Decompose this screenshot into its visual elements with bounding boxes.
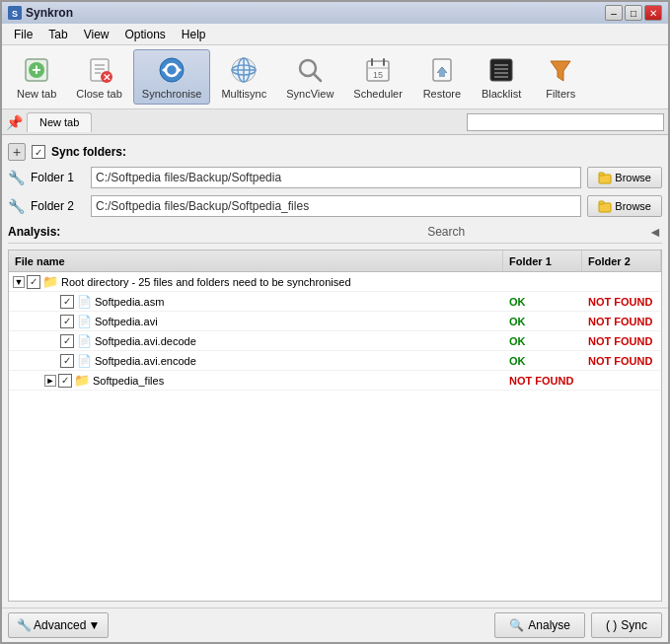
toolbar: + New tab ✕ Close tab bbox=[2, 45, 668, 109]
close-tab-label: Close tab bbox=[76, 88, 121, 100]
file1-folder1-status: OK bbox=[503, 292, 582, 311]
svg-text:S: S bbox=[12, 9, 18, 19]
header-folder1: Folder 1 bbox=[503, 250, 582, 271]
maximize-button[interactable]: □ bbox=[625, 5, 642, 21]
tab-search-input[interactable] bbox=[467, 113, 664, 131]
title-controls: – □ ✕ bbox=[605, 5, 662, 21]
scheduler-label: Scheduler bbox=[353, 88, 403, 100]
root-folder-icon: 📁 bbox=[42, 274, 58, 289]
table-row[interactable]: ▼ 📁 Root directory - 25 files and folder… bbox=[9, 272, 661, 292]
multisync-icon bbox=[228, 54, 260, 86]
svg-rect-28 bbox=[439, 73, 445, 77]
new-tab-icon: + bbox=[21, 54, 52, 86]
menu-file[interactable]: File bbox=[6, 26, 40, 43]
file1-name: Softpedia.asm bbox=[95, 296, 164, 308]
sync-folders-header: + Sync folders: bbox=[8, 141, 662, 163]
syncview-button[interactable]: SyncView bbox=[277, 49, 342, 105]
menu-help[interactable]: Help bbox=[174, 26, 214, 43]
root-expand-button[interactable]: ▼ bbox=[13, 276, 25, 288]
header-filename: File name bbox=[9, 250, 503, 271]
new-tab-button[interactable]: + New tab bbox=[8, 49, 65, 105]
softpedia-files-expand[interactable]: ► bbox=[44, 375, 56, 387]
analysis-bar: Analysis: Search ◄ bbox=[8, 224, 662, 244]
analysis-label: Analysis: bbox=[8, 225, 60, 239]
svg-line-21 bbox=[314, 74, 321, 81]
svg-marker-34 bbox=[551, 61, 570, 81]
table-row[interactable]: 📄 Softpedia.avi.decode OK NOT FOUND bbox=[9, 331, 661, 351]
file5-checkbox[interactable] bbox=[58, 374, 72, 388]
sync-button[interactable]: ( ) Sync bbox=[591, 612, 662, 638]
file2-name: Softpedia.avi bbox=[95, 316, 158, 327]
analyse-icon: 🔍 bbox=[509, 618, 524, 632]
blacklist-button[interactable]: Blacklist bbox=[473, 49, 530, 105]
file4-checkbox[interactable] bbox=[60, 354, 74, 368]
restore-label: Restore bbox=[423, 88, 462, 100]
close-tab-button[interactable]: ✕ Close tab bbox=[67, 49, 130, 105]
folder2-settings-icon[interactable]: 🔧 bbox=[8, 198, 25, 214]
multisync-label: Multisync bbox=[221, 88, 266, 100]
sync-icon: ( ) bbox=[606, 618, 617, 632]
close-tab-icon: ✕ bbox=[84, 54, 115, 86]
tab-new-tab[interactable]: New tab bbox=[27, 112, 92, 132]
syncview-icon bbox=[294, 54, 326, 86]
file-name-cell: ► 📁 Softpedia_files bbox=[9, 371, 503, 390]
file5-folder2-status bbox=[582, 371, 661, 390]
file4-folder2-status: NOT FOUND bbox=[582, 351, 661, 370]
file3-checkbox[interactable] bbox=[60, 334, 74, 348]
file3-icon: 📄 bbox=[77, 334, 92, 348]
folder2-browse-button[interactable]: Browse bbox=[587, 195, 662, 217]
sync-folders-checkbox[interactable] bbox=[32, 145, 45, 159]
advanced-wrench-icon: 🔧 bbox=[17, 618, 32, 632]
menu-options[interactable]: Options bbox=[117, 26, 174, 43]
add-folder-button[interactable]: + bbox=[8, 143, 26, 161]
multisync-button[interactable]: Multisync bbox=[212, 49, 275, 105]
file-name-cell: 📄 Softpedia.avi bbox=[9, 312, 503, 330]
scheduler-icon: 15 bbox=[362, 54, 394, 86]
menu-bar: File Tab View Options Help bbox=[2, 24, 668, 45]
file4-folder1-status: OK bbox=[503, 351, 582, 370]
file1-icon: 📄 bbox=[77, 295, 92, 309]
analysis-back-icon[interactable]: ◄ bbox=[648, 224, 662, 240]
file2-icon: 📄 bbox=[77, 315, 92, 328]
folder2-row: 🔧 Folder 2 C:/Softpedia files/Backup/Sof… bbox=[8, 195, 662, 217]
file3-folder1-status: OK bbox=[503, 331, 582, 350]
file-name-cell: 📄 Softpedia.avi.encode bbox=[9, 351, 503, 370]
table-row[interactable]: 📄 Softpedia.avi.encode OK NOT FOUND bbox=[9, 351, 661, 371]
filters-label: Filters bbox=[546, 88, 575, 100]
advanced-label: Advanced bbox=[34, 618, 86, 632]
analyse-button[interactable]: 🔍 Analyse bbox=[494, 612, 585, 638]
menu-tab[interactable]: Tab bbox=[40, 26, 75, 43]
file2-checkbox[interactable] bbox=[60, 315, 74, 328]
filters-button[interactable]: Filters bbox=[532, 49, 589, 105]
menu-view[interactable]: View bbox=[76, 26, 117, 43]
blacklist-label: Blacklist bbox=[482, 88, 521, 100]
table-row[interactable]: 📄 Softpedia.avi OK NOT FOUND bbox=[9, 312, 661, 331]
restore-button[interactable]: Restore bbox=[413, 49, 471, 105]
folder2-path[interactable]: C:/Softpedia files/Backup/Softpedia_file… bbox=[91, 195, 581, 217]
root-checkbox[interactable] bbox=[27, 275, 40, 289]
tab-bar: 📌 New tab bbox=[2, 109, 668, 135]
folder1-settings-icon[interactable]: 🔧 bbox=[8, 170, 25, 185]
syncview-label: SyncView bbox=[286, 88, 334, 100]
header-folder2: Folder 2 bbox=[582, 250, 661, 271]
window-title: Synkron bbox=[26, 6, 73, 20]
file5-name: Softpedia_files bbox=[93, 375, 164, 387]
file1-checkbox[interactable] bbox=[60, 295, 74, 309]
svg-text:✕: ✕ bbox=[103, 72, 111, 83]
synchronise-label: Synchronise bbox=[142, 88, 202, 100]
synchronise-button[interactable]: Synchronise bbox=[133, 49, 211, 105]
minimize-button[interactable]: – bbox=[605, 5, 623, 21]
folder1-path[interactable]: C:/Softpedia files/Backup/Softpedia bbox=[91, 167, 581, 188]
svg-text:+: + bbox=[33, 61, 41, 78]
table-row[interactable]: 📄 Softpedia.asm OK NOT FOUND bbox=[9, 292, 661, 312]
close-button[interactable]: ✕ bbox=[644, 5, 662, 21]
table-row[interactable]: ► 📁 Softpedia_files NOT FOUND bbox=[9, 371, 661, 391]
scheduler-button[interactable]: 15 Scheduler bbox=[344, 49, 411, 105]
sync-label: Sync bbox=[621, 618, 647, 632]
advanced-button[interactable]: 🔧 Advanced ▼ bbox=[8, 612, 109, 638]
title-bar-left: S Synkron bbox=[8, 6, 73, 20]
file4-icon: 📄 bbox=[77, 354, 92, 368]
app-icon: S bbox=[8, 6, 22, 20]
search-label: Search bbox=[427, 225, 465, 239]
folder1-browse-button[interactable]: Browse bbox=[587, 167, 662, 188]
